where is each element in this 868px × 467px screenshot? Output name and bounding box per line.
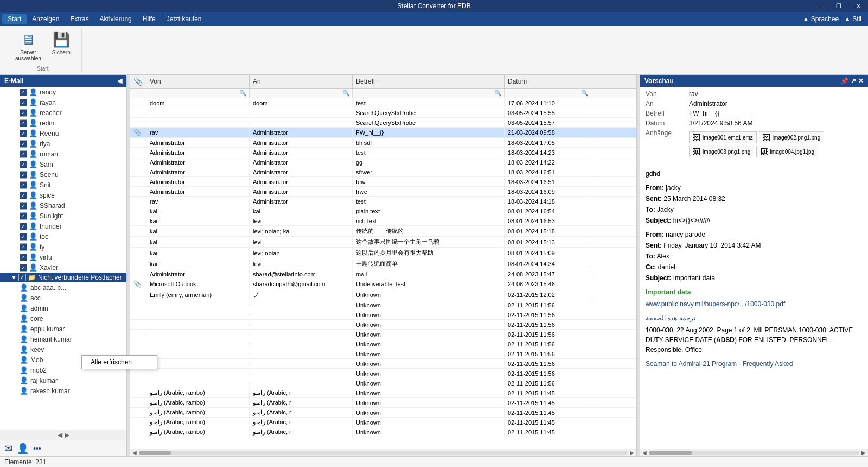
sidebar-item-redmi[interactable]: ✓👤redmi — [0, 118, 126, 128]
menu-extras[interactable]: Extras — [65, 14, 94, 24]
more-options-button[interactable]: ••• — [33, 444, 41, 453]
email-row[interactable]: kailevi; nolan这以后的岁月里会有很大帮助08-01-2024 15… — [130, 248, 636, 258]
sidebar-item-seenu[interactable]: ✓👤Seenu — [0, 169, 126, 180]
preview-h-scrollbar-thumb[interactable] — [649, 451, 692, 455]
search-date-input[interactable] — [507, 90, 581, 97]
checkbox[interactable]: ✓ — [20, 119, 27, 127]
checkbox[interactable]: ✓ — [20, 171, 27, 179]
server-button[interactable]: 🖥 Serverauswählen — [11, 29, 46, 64]
context-menu-alle-erfrischen[interactable]: Alle erfrischen — [82, 356, 157, 369]
email-row[interactable]: SearchQueryStxProbe03-05-2024 15:55 — [130, 108, 636, 118]
email-row[interactable]: AdministratorAdministratorfrwe18-03-2024… — [130, 187, 636, 197]
scroll-left-arrow[interactable]: ◀ — [58, 431, 62, 439]
col-header-icon[interactable]: 📎 — [130, 75, 146, 88]
preview-navy-link[interactable]: www.public.navy.mil/bupers-npc/.../1000-… — [646, 300, 785, 308]
checkbox[interactable]: ✓ — [20, 150, 27, 158]
checkbox[interactable]: ✓ — [20, 161, 27, 168]
menu-anzeigen[interactable]: Anzeigen — [27, 14, 65, 24]
sidebar-item-riya[interactable]: ✓👤riya — [0, 138, 126, 149]
sidebar-item-rakesh-kumar[interactable]: 👤rakesh kumar — [0, 386, 126, 396]
email-row[interactable]: AdministratorAdministratorsfrwer18-03-20… — [130, 167, 636, 177]
preview-pin-icon[interactable]: 📌 — [840, 77, 848, 85]
sidebar-item-reenu[interactable]: ✓👤Reenu — [0, 128, 126, 138]
search-to-input[interactable] — [252, 90, 342, 97]
col-header-date[interactable]: Datum — [505, 75, 591, 88]
email-row[interactable]: kailevi这个故事只围绕一个主角一乌鸦08-01-2024 15:13 — [130, 237, 636, 248]
col-header-from[interactable]: Von — [146, 75, 250, 88]
col-header-subject[interactable]: Betreff — [353, 75, 505, 88]
email-row[interactable]: kailevirich text08-01-2024 16:53 — [130, 216, 636, 226]
email-row[interactable]: AdministratorAdministratorgg18-03-2024 1… — [130, 157, 636, 167]
email-row[interactable]: رامبو (Arabic, rambo)رامبو (Arabic, rUnk… — [130, 408, 636, 418]
search-from-input[interactable] — [149, 90, 239, 97]
sidebar-item-ty[interactable]: ✓👤ty — [0, 242, 126, 252]
checkbox[interactable]: ✓ — [20, 254, 27, 261]
sidebar-collapse-icon[interactable]: ◀ — [117, 77, 122, 85]
h-scrollbar-thumb[interactable] — [139, 451, 171, 455]
email-row[interactable]: doomdoomtest17-06-2024 11:10 — [130, 98, 636, 108]
sidebar-item-hemant-kumar[interactable]: 👤hemant kumar — [0, 334, 126, 344]
sidebar-item-randy[interactable]: ✓👤randy — [0, 87, 126, 97]
sidebar-item-thunder[interactable]: ✓👤thunder — [0, 221, 126, 231]
email-row[interactable]: Unknown02-11-2015 11:56 — [130, 330, 636, 339]
sidebar-item-toe[interactable]: ✓👤toe — [0, 231, 126, 242]
style-selector[interactable]: ▲ Stil — [844, 15, 861, 23]
checkbox[interactable]: ✓ — [20, 89, 27, 96]
checkbox[interactable]: ✓ — [20, 223, 27, 230]
attachment-thumb[interactable]: 🖼image002.png1.png — [759, 131, 824, 143]
email-view-button[interactable]: ✉ — [4, 443, 12, 455]
email-row[interactable]: AdministratorAdministratorbhjsdf18-03-20… — [130, 138, 636, 148]
checkbox[interactable]: ✓ — [20, 233, 27, 241]
sidebar-item-sam[interactable]: ✓👤Sam — [0, 159, 126, 169]
col-header-to[interactable]: An — [250, 75, 353, 88]
menu-jetzt-kaufen[interactable]: Jetzt kaufen — [161, 14, 207, 24]
email-row[interactable]: Unknown02-11-2015 11:56 — [130, 339, 636, 349]
preview-arabic-link[interactable]: ترجمه هذه الصفحة — [646, 314, 695, 322]
menu-start[interactable]: Start — [2, 14, 27, 24]
minimize-button[interactable]: — — [809, 0, 829, 12]
email-row[interactable]: Unknown02-11-2015 11:56 — [130, 378, 636, 388]
email-row[interactable]: AdministratorAdministratortest18-03-2024… — [130, 148, 636, 157]
sidebar-item-ssharad[interactable]: ✓👤SSharad — [0, 200, 126, 211]
sidebar-item-raj-kumar[interactable]: 👤raj kumar — [0, 375, 126, 386]
email-row[interactable]: Unknown02-11-2015 11:56 — [130, 310, 636, 320]
email-row[interactable]: ravAdministratortest18-03-2024 14:18 — [130, 197, 636, 206]
sidebar-item-spice[interactable]: ✓👤spice — [0, 190, 126, 200]
sidebar-item-keev[interactable]: 👤keev — [0, 344, 126, 355]
email-row[interactable]: kaikaiplain text08-01-2024 16:54 — [130, 206, 636, 216]
sidebar-item-roman[interactable]: ✓👤roman — [0, 149, 126, 159]
sidebar-item-virtu[interactable]: ✓👤virtu — [0, 252, 126, 262]
email-row[interactable]: 📎ravAdministratorFW_hi__{}21-03-2024 09:… — [130, 128, 636, 138]
attachment-thumb[interactable]: 🖼image001.emz1.emz — [689, 131, 757, 143]
sidebar-item-core[interactable]: 👤core — [0, 313, 126, 324]
search-date-icon[interactable]: 🔍 — [581, 90, 589, 97]
sidebar-item-sunlight[interactable]: ✓👤Sunlight — [0, 211, 126, 221]
attachment-thumb[interactable]: 🖼image003.png1.png — [689, 146, 754, 157]
email-row[interactable]: رامبو (Arabic, rambo)رامبو (Arabic, rUnk… — [130, 398, 636, 408]
email-row[interactable]: kailevi主题传统而简单08-01-2024 14:34 — [130, 258, 636, 269]
checkbox[interactable]: ✓ — [20, 181, 27, 189]
attachment-thumb[interactable]: 🖼image004.jpg1.jpg — [756, 146, 818, 157]
sidebar-item-xavier[interactable]: ✓👤Xavier — [0, 262, 126, 273]
sidebar-item-admin[interactable]: 👤admin — [0, 303, 126, 313]
sidebar-item-acc[interactable]: 👤acc — [0, 293, 126, 303]
contacts-view-button[interactable]: 👤 — [17, 443, 29, 455]
email-row[interactable]: Unknown02-11-2015 11:56 — [130, 300, 636, 310]
email-row[interactable]: AdministratorAdministratorfew18-03-2024 … — [130, 177, 636, 187]
email-row[interactable]: 📎Microsoft Outlooksharadctripathi@gmail.… — [130, 279, 636, 289]
email-row[interactable]: Emily (emily, armenian)ブUnknown02-11-201… — [130, 289, 636, 300]
checkbox[interactable]: ✓ — [20, 109, 27, 117]
email-row[interactable]: kailevi; nolan; kai传统的 传统的08-01-2024 15:… — [130, 226, 636, 237]
checkbox[interactable]: ✓ — [20, 212, 27, 220]
search-from-icon[interactable]: 🔍 — [239, 90, 247, 97]
preview-h-scrollbar-track[interactable] — [649, 451, 859, 455]
search-subject-icon[interactable]: 🔍 — [494, 90, 502, 97]
h-scroll-left[interactable]: ◀ — [132, 450, 137, 456]
sidebar-item-snit[interactable]: ✓👤Snit — [0, 180, 126, 190]
checkbox[interactable]: ✓ — [20, 99, 27, 106]
sidebar-item-reacher[interactable]: ✓👤reacher — [0, 108, 126, 118]
language-selector[interactable]: ▲ Sprachee — [803, 15, 839, 23]
checkbox[interactable]: ✓ — [20, 264, 27, 272]
scroll-right-arrow[interactable]: ▶ — [65, 431, 69, 439]
search-subject-input[interactable] — [355, 90, 494, 97]
